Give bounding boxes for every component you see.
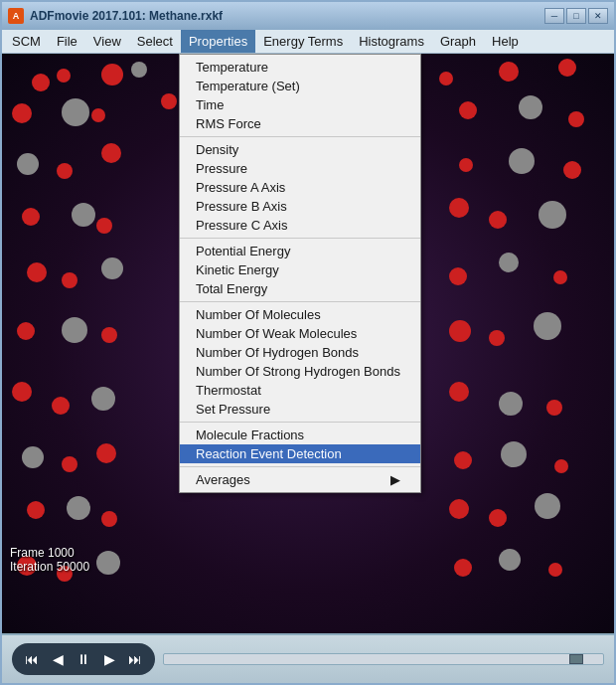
molecule-dot <box>501 441 527 467</box>
maximize-button[interactable]: □ <box>566 8 586 24</box>
submenu-arrow-icon: ▶ <box>390 472 400 487</box>
menu-item-molecule-fractions[interactable]: Molecule Fractions <box>180 426 420 444</box>
menu-graph[interactable]: Graph <box>432 30 484 53</box>
last-frame-button[interactable]: ⏭ <box>123 647 147 671</box>
molecule-dot <box>27 501 45 519</box>
menu-item-density[interactable]: Density <box>180 140 420 159</box>
menu-item-pressure-a[interactable]: Pressure A Axis <box>180 178 420 197</box>
molecule-dot <box>12 103 32 123</box>
molecule-dot <box>554 459 568 473</box>
title-bar: A ADFmovie 2017.101: Methane.rxkf ─ □ ✕ <box>2 2 614 30</box>
properties-menu: Temperature Temperature (Set) Time RMS F… <box>179 54 421 493</box>
molecule-dot <box>449 382 469 402</box>
molecule-dot <box>499 392 523 416</box>
menu-item-temperature[interactable]: Temperature <box>180 58 420 77</box>
menu-item-reaction-event[interactable]: Reaction Event Detection <box>180 444 420 463</box>
prev-frame-button[interactable]: ◀ <box>46 647 70 671</box>
window-controls: ─ □ ✕ <box>544 8 608 24</box>
molecule-dot <box>534 312 561 340</box>
menu-item-set-pressure[interactable]: Set Pressure <box>180 400 420 419</box>
molecule-dot <box>449 499 469 519</box>
molecule-dot <box>459 101 477 119</box>
menu-item-temperature-set[interactable]: Temperature (Set) <box>180 77 420 95</box>
molecule-dot <box>101 511 117 527</box>
status-bar: Frame 1000 Iteration 50000 <box>10 546 89 574</box>
menu-item-potential-energy[interactable]: Potential Energy <box>180 242 420 260</box>
molecule-dot <box>22 446 44 468</box>
menu-file[interactable]: File <box>49 30 85 53</box>
molecule-dot <box>91 387 115 411</box>
menu-item-pressure[interactable]: Pressure <box>180 159 420 178</box>
menu-item-averages[interactable]: Averages ▶ <box>180 470 420 489</box>
menu-section-pressure: Density Pressure Pressure A Axis Pressur… <box>180 137 420 239</box>
molecule-dot <box>539 201 566 229</box>
molecule-dot <box>563 161 581 179</box>
menu-view[interactable]: View <box>85 30 129 53</box>
molecule-dot <box>17 322 35 340</box>
menu-section-averages: Averages ▶ <box>180 467 420 492</box>
menu-item-num-molecules[interactable]: Number Of Molecules <box>180 305 420 324</box>
molecule-dot <box>449 267 467 285</box>
app-icon: A <box>8 8 24 24</box>
molecule-dot <box>535 493 560 519</box>
menu-item-rms-force[interactable]: RMS Force <box>180 114 420 133</box>
molecule-dot <box>62 456 77 472</box>
molecule-dot <box>91 108 105 122</box>
menu-bar: SCM File View Select Properties Energy T… <box>2 30 614 54</box>
iteration-label: Iteration 50000 <box>10 560 89 574</box>
molecule-dot <box>67 496 90 520</box>
molecule-dot <box>96 443 116 463</box>
first-frame-button[interactable]: ⏮ <box>20 647 44 671</box>
menu-item-thermostat[interactable]: Thermostat <box>180 381 420 400</box>
molecule-dot <box>553 270 567 284</box>
menu-item-num-weak-molecules[interactable]: Number Of Weak Molecules <box>180 324 420 343</box>
menu-item-time[interactable]: Time <box>180 95 420 114</box>
progress-bar[interactable] <box>163 653 604 665</box>
menu-section-temperature: Temperature Temperature (Set) Time RMS F… <box>180 55 420 137</box>
main-area: Temperature Temperature (Set) Time RMS F… <box>2 54 614 633</box>
molecule-dot <box>52 397 70 415</box>
molecule-dot <box>131 62 147 78</box>
molecule-dot <box>449 320 471 342</box>
molecule-dot <box>17 153 39 175</box>
molecule-dot <box>96 551 120 575</box>
minimize-button[interactable]: ─ <box>544 8 564 24</box>
menu-help[interactable]: Help <box>484 30 527 53</box>
molecule-dot <box>62 98 89 126</box>
play-button[interactable]: ▶ <box>97 647 121 671</box>
menu-properties[interactable]: Properties <box>181 30 255 53</box>
molecule-dot <box>449 198 469 218</box>
menu-scm[interactable]: SCM <box>4 30 49 53</box>
molecule-dot <box>489 330 505 346</box>
molecule-dot <box>101 64 123 86</box>
menu-section-molecules: Number Of Molecules Number Of Weak Molec… <box>180 302 420 423</box>
main-window: A ADFmovie 2017.101: Methane.rxkf ─ □ ✕ … <box>0 0 616 685</box>
window-title: ADFmovie 2017.101: Methane.rxkf <box>30 9 539 23</box>
molecule-dot <box>499 62 519 82</box>
molecule-dot <box>439 72 453 86</box>
molecule-dot <box>489 211 507 229</box>
frame-label: Frame 1000 <box>10 546 89 560</box>
close-button[interactable]: ✕ <box>588 8 608 24</box>
menu-histograms[interactable]: Histograms <box>351 30 432 53</box>
menu-item-total-energy[interactable]: Total Energy <box>180 279 420 298</box>
menu-energy-terms[interactable]: Energy Terms <box>255 30 351 53</box>
pause-button[interactable]: ⏸ <box>72 647 95 671</box>
menu-section-reaction: Molecule Fractions Reaction Event Detect… <box>180 423 420 467</box>
player-bar: ⏮ ◀ ⏸ ▶ ⏭ <box>2 633 614 683</box>
menu-item-pressure-c[interactable]: Pressure C Axis <box>180 216 420 235</box>
menu-item-kinetic-energy[interactable]: Kinetic Energy <box>180 260 420 279</box>
menu-select[interactable]: Select <box>129 30 181 53</box>
molecule-dot <box>499 253 519 272</box>
molecule-dot <box>32 74 50 91</box>
menu-item-pressure-b[interactable]: Pressure B Axis <box>180 197 420 216</box>
molecule-dot <box>22 208 40 226</box>
molecule-dot <box>62 317 87 343</box>
menu-section-energy: Potential Energy Kinetic Energy Total En… <box>180 239 420 302</box>
molecule-dot <box>519 95 542 119</box>
molecule-dot <box>454 559 472 577</box>
molecule-dot <box>57 69 71 83</box>
progress-thumb <box>569 654 583 664</box>
menu-item-num-strong-hbonds[interactable]: Number Of Strong Hydrogen Bonds <box>180 362 420 381</box>
menu-item-num-hbonds[interactable]: Number Of Hydrogen Bonds <box>180 343 420 362</box>
